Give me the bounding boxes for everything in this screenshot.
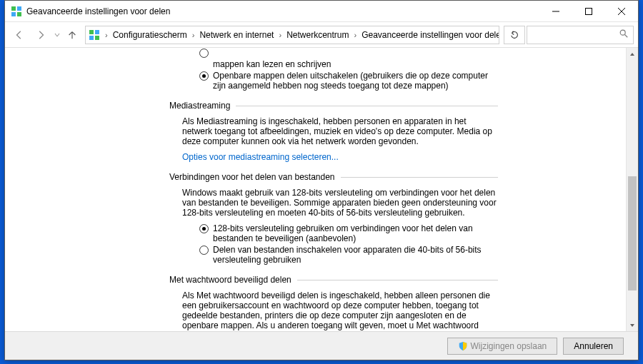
- button-label: Wijzigingen opslaan: [471, 341, 547, 351]
- section-header-file-sharing-connections: Verbindingen voor het delen van bestande…: [169, 172, 498, 182]
- minimize-button[interactable]: [539, 1, 572, 22]
- breadcrumb-item[interactable]: Netwerkcentrum: [286, 30, 349, 40]
- maximize-button[interactable]: [572, 1, 605, 22]
- scroll-up-button[interactable]: [627, 48, 638, 60]
- section-header-mediastreaming: Mediastreaming: [169, 101, 498, 111]
- section-title: Mediastreaming: [169, 101, 230, 111]
- section-header-password-protected-sharing: Met wachtwoord beveiligd delen: [169, 275, 498, 285]
- nav-back-button[interactable]: [9, 25, 29, 45]
- titlebar: Geavanceerde instellingen voor delen: [5, 1, 638, 22]
- nav-forward-button[interactable]: [31, 25, 51, 45]
- media-streaming-options-link[interactable]: Opties voor mediastreaming selecteren...: [182, 152, 339, 162]
- radio-40-56bit-encryption[interactable]: [199, 246, 209, 255]
- option-label: 128-bits versleuteling gebruiken om verb…: [213, 223, 498, 243]
- svg-rect-0: [11, 6, 16, 11]
- scroll-down-button[interactable]: [627, 319, 638, 331]
- svg-rect-2: [11, 12, 16, 16]
- window: Geavanceerde instellingen voor delen: [4, 0, 639, 360]
- window-controls: [539, 1, 638, 22]
- cancel-button[interactable]: Annuleren: [563, 338, 624, 355]
- option-label: …: [213, 48, 498, 49]
- vertical-scrollbar[interactable]: [626, 48, 638, 331]
- radio-128bit-encryption[interactable]: [199, 224, 209, 233]
- svg-line-13: [625, 35, 628, 38]
- radio-icon[interactable]: [199, 71, 209, 81]
- control-panel-icon: [89, 29, 100, 41]
- refresh-button[interactable]: [504, 26, 525, 44]
- control-panel-icon: [11, 6, 22, 17]
- chevron-right-icon[interactable]: ›: [276, 31, 284, 39]
- svg-rect-3: [17, 12, 21, 16]
- section-description: Als Mediastreaming is ingeschakeld, hebb…: [182, 116, 498, 146]
- scroll-track[interactable]: [627, 60, 638, 319]
- close-button[interactable]: [605, 1, 638, 22]
- svg-rect-10: [89, 36, 94, 40]
- breadcrumb-item[interactable]: Configuratiescherm: [113, 30, 187, 40]
- save-changes-button[interactable]: Wijzigingen opslaan: [447, 338, 558, 355]
- option-label: Openbare mappen delen uitschakelen (gebr…: [213, 71, 498, 91]
- nav-recent-dropdown[interactable]: [52, 25, 62, 45]
- button-label: Annuleren: [574, 341, 613, 351]
- search-icon: [619, 29, 629, 41]
- chevron-right-icon[interactable]: ›: [103, 31, 110, 39]
- divider: [236, 106, 498, 106]
- scroll-thumb[interactable]: [628, 176, 637, 290]
- svg-rect-1: [17, 6, 21, 11]
- shield-icon: [458, 341, 468, 351]
- svg-rect-8: [89, 30, 94, 34]
- chevron-right-icon[interactable]: ›: [352, 31, 359, 39]
- window-title: Geavanceerde instellingen voor delen: [26, 6, 539, 16]
- section-description: Windows maakt gebruik van 128-bits versl…: [182, 188, 498, 218]
- section-title: Met wachtwoord beveiligd delen: [169, 275, 291, 285]
- navbar: › Configuratiescherm › Netwerk en intern…: [5, 22, 638, 48]
- breadcrumb-item[interactable]: Geavanceerde instellingen voor delen: [362, 30, 499, 40]
- content-pane: … mappen kan lezen en schrijven Openbare…: [5, 48, 626, 331]
- button-bar: Wijzigingen opslaan Annuleren: [5, 331, 638, 360]
- breadcrumb[interactable]: › Configuratiescherm › Netwerk en intern…: [85, 26, 499, 44]
- svg-rect-11: [95, 36, 99, 40]
- svg-rect-9: [95, 30, 99, 34]
- search-input[interactable]: [527, 26, 634, 44]
- section-title: Verbindingen voor het delen van bestande…: [169, 172, 335, 182]
- divider: [341, 177, 498, 178]
- radio-icon[interactable]: [199, 49, 209, 58]
- option-label: Delen van bestanden inschakelen voor app…: [213, 245, 498, 265]
- option-label: mappen kan lezen en schrijven: [213, 59, 498, 69]
- svg-rect-5: [586, 8, 592, 14]
- section-description: Als Met wachtwoord beveiligd delen is in…: [182, 290, 498, 331]
- nav-up-button[interactable]: [64, 25, 81, 45]
- chevron-right-icon[interactable]: ›: [190, 31, 197, 39]
- breadcrumb-item[interactable]: Netwerk en internet: [199, 30, 274, 40]
- divider: [297, 280, 498, 280]
- svg-point-12: [620, 30, 625, 35]
